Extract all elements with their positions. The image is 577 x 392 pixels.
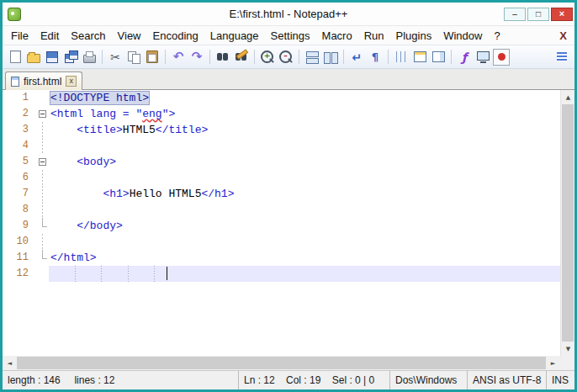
indent-guide <box>128 266 129 282</box>
print-icon[interactable] <box>81 49 98 66</box>
show-all-chars-icon[interactable] <box>367 49 384 66</box>
menu-item-settings[interactable]: Settings <box>265 26 316 45</box>
line-number[interactable]: 9 <box>3 218 36 234</box>
copy-icon[interactable] <box>125 49 142 66</box>
code-area[interactable]: 1<!DOCTYPE html>2<html lang = "eng">3 <t… <box>3 90 560 356</box>
code-content[interactable] <box>49 202 560 218</box>
code-content[interactable]: </html> <box>49 250 560 266</box>
paste-icon[interactable] <box>144 49 161 66</box>
replace-icon[interactable] <box>233 49 250 66</box>
line-number[interactable]: 4 <box>3 138 36 154</box>
monitor-icon[interactable] <box>474 49 491 66</box>
toolbar-separator <box>451 50 452 64</box>
editor-line[interactable]: 1<!DOCTYPE html> <box>3 90 560 106</box>
fold-margin <box>36 122 49 138</box>
find-icon[interactable] <box>214 49 231 66</box>
open-folder-icon[interactable] <box>25 49 42 66</box>
code-content[interactable] <box>49 170 560 186</box>
menu-item-macro[interactable]: Macro <box>316 26 358 45</box>
code-content[interactable]: <title>HTML5</title> <box>49 122 560 138</box>
fold-collapse-icon[interactable] <box>39 110 46 118</box>
line-number[interactable]: 3 <box>3 122 36 138</box>
user-dialog-icon[interactable] <box>411 49 428 66</box>
menu-item-language[interactable]: Language <box>204 26 265 45</box>
vertical-scrollbar[interactable]: ▲ ▼ <box>560 90 574 356</box>
editor-line[interactable]: 12 <box>3 266 560 282</box>
titlebar[interactable]: E:\first.html - Notepad++ –□× <box>3 3 574 25</box>
record-macro-icon[interactable] <box>493 49 510 66</box>
status-eol-format[interactable]: Dos\Windows <box>389 371 467 389</box>
fold-collapse-icon[interactable] <box>39 158 46 166</box>
menu-item-edit[interactable]: Edit <box>34 26 65 45</box>
editor-line[interactable]: 4 <box>3 138 560 154</box>
save-icon[interactable] <box>44 49 61 66</box>
code-content[interactable]: <body> <box>49 154 560 170</box>
menu-item-window[interactable]: Window <box>437 26 488 45</box>
zoom-out-icon[interactable] <box>278 49 294 66</box>
editor-line[interactable]: 5 <body> <box>3 154 560 170</box>
line-number[interactable]: 7 <box>3 186 36 202</box>
doc-switcher-icon[interactable] <box>553 49 570 66</box>
menu-item-help[interactable]: ? <box>488 26 506 45</box>
menu-item-plugins[interactable]: Plugins <box>390 26 438 45</box>
menu-item-file[interactable]: File <box>5 26 34 45</box>
scroll-left-icon[interactable]: ◄ <box>3 356 17 370</box>
line-number[interactable]: 5 <box>3 154 36 170</box>
code-content[interactable]: <h1>Hello HTML5</h1> <box>49 186 560 202</box>
function-list-icon[interactable] <box>456 49 473 66</box>
cut-icon[interactable] <box>107 49 124 66</box>
sync-h-icon[interactable] <box>322 49 339 66</box>
document-icon <box>11 77 19 87</box>
doc-map-icon[interactable] <box>430 49 447 66</box>
line-number[interactable]: 11 <box>3 250 36 266</box>
line-number[interactable]: 6 <box>3 170 36 186</box>
editor-line[interactable]: 6 <box>3 170 560 186</box>
menu-item-view[interactable]: View <box>112 26 147 45</box>
horizontal-scrollbar[interactable]: ◄ ► <box>3 356 560 370</box>
undo-icon[interactable] <box>170 49 187 66</box>
code-token <box>50 220 77 232</box>
redo-icon[interactable] <box>188 49 205 66</box>
status-encoding[interactable]: ANSI as UTF-8 <box>467 371 546 389</box>
line-number[interactable]: 10 <box>3 234 36 250</box>
editor-line[interactable]: 2<html lang = "eng"> <box>3 106 560 122</box>
editor-line[interactable]: 10 <box>3 234 560 250</box>
status-insert-mode[interactable]: INS <box>546 371 574 389</box>
code-token <box>50 124 77 136</box>
scroll-right-icon[interactable]: ► <box>546 356 560 370</box>
code-content[interactable]: <html lang = "eng"> <box>49 106 560 122</box>
tab-first-html[interactable]: first.htmlx <box>5 72 82 90</box>
indent-guide-icon[interactable] <box>393 49 410 66</box>
horizontal-scroll-thumb[interactable] <box>17 357 546 369</box>
new-file-icon[interactable] <box>7 49 24 66</box>
word-wrap-icon[interactable] <box>348 49 365 66</box>
code-content[interactable]: <!DOCTYPE html> <box>49 90 560 106</box>
line-number[interactable]: 2 <box>3 106 36 122</box>
fold-end-icon <box>42 250 43 258</box>
tab-close-icon[interactable]: x <box>66 76 77 87</box>
line-number[interactable]: 1 <box>3 90 36 106</box>
save-all-icon[interactable] <box>62 49 79 66</box>
code-content[interactable]: </body> <box>49 218 560 234</box>
line-number[interactable]: 8 <box>3 202 36 218</box>
code-content[interactable] <box>49 266 560 282</box>
editor-line[interactable]: 11</html> <box>3 250 560 266</box>
code-content[interactable] <box>49 138 560 154</box>
scroll-down-icon[interactable]: ▼ <box>561 342 575 356</box>
editor-line[interactable]: 3 <title>HTML5</title> <box>3 122 560 138</box>
toolbar-separator <box>209 50 210 64</box>
scroll-up-icon[interactable]: ▲ <box>561 90 575 104</box>
editor-line[interactable]: 8 <box>3 202 560 218</box>
line-number[interactable]: 12 <box>3 266 36 282</box>
toolbar-separator <box>102 50 103 64</box>
editor-line[interactable]: 7 <h1>Hello HTML5</h1> <box>3 186 560 202</box>
vertical-scroll-thumb[interactable] <box>562 104 574 342</box>
editor-line[interactable]: 9 </body> <box>3 218 560 234</box>
sync-v-icon[interactable] <box>304 49 320 66</box>
menu-item-run[interactable]: Run <box>358 26 390 45</box>
close-document-x[interactable]: X <box>559 29 567 42</box>
menu-item-encoding[interactable]: Encoding <box>147 26 204 45</box>
menu-item-search[interactable]: Search <box>65 26 111 45</box>
code-content[interactable] <box>49 234 560 250</box>
zoom-in-icon[interactable] <box>259 49 276 66</box>
